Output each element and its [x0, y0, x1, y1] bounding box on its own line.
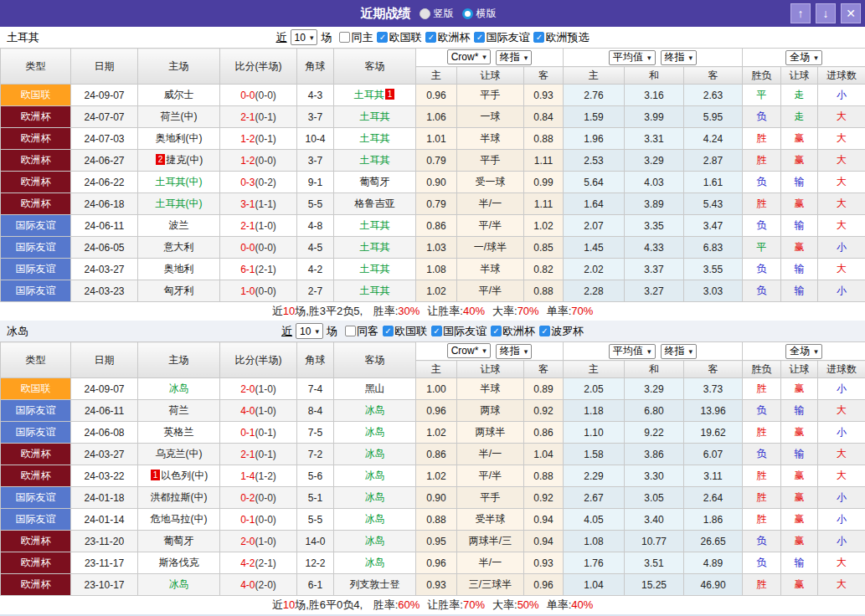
corner-cell: 9-1 [297, 172, 334, 193]
average-odds-select-value: 平均值 [613, 50, 643, 64]
recent-count-select[interactable]: 10▾ [291, 29, 318, 45]
table-row: 国际友谊24-06-11荷兰4-0(1-0)8-4冰岛0.96两球0.921.1… [1, 400, 865, 422]
move-down-button[interactable]: ↓ [816, 3, 836, 23]
average-odds-cell: 1.45 [564, 237, 625, 259]
halftime-score: (1-2) [255, 470, 276, 482]
average-odds-cell: 2.07 [564, 215, 625, 237]
match-date-cell: 24-06-11 [71, 400, 138, 422]
full-match-select[interactable]: 全场▾ [785, 50, 822, 65]
average-odds-cell: 1.64 [564, 193, 625, 215]
result-cell: 大 [818, 574, 865, 596]
result-cell: 小 [818, 237, 865, 259]
team-name: 葡萄牙 [164, 535, 194, 547]
column-header: 类型 [1, 342, 71, 378]
sub-column-header: 客 [524, 361, 564, 378]
average-odds-cell: 19.62 [684, 422, 743, 444]
chevron-down-icon: ▾ [814, 54, 818, 62]
league-checkbox-label: 欧国联 [389, 30, 421, 45]
close-button[interactable]: ✕ [841, 3, 861, 23]
table-row: 欧洲杯23-11-20葡萄牙2-0(1-0)14-0冰岛0.95两球半/三0.9… [1, 531, 865, 552]
crow-odds-cell: 0.88 [524, 128, 564, 150]
result-cell: 小 [818, 85, 865, 106]
recent-count-select[interactable]: 10▾ [296, 323, 323, 339]
crow-odds-cell: 0.82 [524, 259, 564, 280]
title-bar: 近期战绩 竖版 横版 ↑ ↓ ✕ [0, 0, 865, 27]
average-odds-cell: 2.76 [564, 85, 625, 106]
fulltime-score: 1-4 [240, 470, 255, 482]
sub-column-header: 进球数 [818, 67, 865, 85]
average-odds-select[interactable]: 平均值▾ [609, 344, 656, 359]
result-cell: 负 [743, 280, 781, 302]
league-checkbox-3[interactable]: ✓ [539, 326, 550, 336]
sub-column-header: 主 [416, 67, 457, 85]
average-odds-cell: 26.65 [684, 531, 743, 552]
move-up-button[interactable]: ↑ [790, 3, 811, 23]
recent-results-panel: 近期战绩 竖版 横版 ↑ ↓ ✕ 土耳其近10▾场同主✓欧国联✓欧洲杯✓国际友谊… [0, 0, 865, 616]
team-name: 冰岛 [169, 382, 189, 394]
halftime-score: (0-1) [255, 133, 276, 145]
average-odds-cell: 2.29 [564, 465, 625, 487]
league-checkbox-0[interactable]: ✓ [383, 326, 394, 336]
team-name: 土耳其(中) [156, 176, 203, 187]
away-team-cell: 土耳其 [334, 259, 416, 280]
away-team-cell: 葡萄牙 [334, 172, 416, 193]
crow-odds-cell: 0.86 [416, 444, 457, 465]
team-name: 土耳其(中) [156, 198, 203, 209]
result-cell: 胜 [743, 487, 781, 509]
league-checkbox-3[interactable]: ✓ [533, 32, 544, 43]
final-odds-select[interactable]: 终指▾ [661, 50, 698, 65]
summary-stat-label: 胜率: [373, 598, 399, 611]
final-odds-select[interactable]: 终指▾ [496, 50, 533, 65]
same-venue-checkbox[interactable] [339, 32, 350, 43]
result-cell: 胜 [743, 509, 781, 531]
home-team-cell: 葡萄牙 [138, 531, 220, 552]
final-odds-select[interactable]: 终指▾ [496, 344, 533, 359]
same-venue-checkbox[interactable] [345, 326, 356, 336]
team-name: 土耳其 [360, 285, 390, 296]
recent-count-select-value: 10 [295, 32, 306, 44]
final-odds-select[interactable]: 终指▾ [661, 344, 698, 359]
crow-odds-select[interactable]: Crow*▾ [447, 343, 491, 358]
result-cell: 胜 [743, 574, 781, 596]
team-name: 冰岛 [365, 470, 385, 481]
result-cell: 大 [818, 215, 865, 237]
league-checkbox-1[interactable]: ✓ [425, 32, 436, 43]
corner-cell: 8-4 [297, 400, 334, 422]
league-checkbox-2[interactable]: ✓ [474, 32, 485, 43]
competition-type-cell: 国际友谊 [1, 259, 71, 280]
summary-lead: 近 [272, 598, 283, 611]
average-odds-cell: 3.11 [684, 465, 743, 487]
result-cell: 胜 [743, 193, 781, 215]
league-checkbox-2[interactable]: ✓ [491, 326, 502, 336]
crow-odds-select[interactable]: Crow*▾ [447, 49, 491, 64]
crow-odds-cell: 0.90 [416, 487, 457, 509]
full-match-select[interactable]: 全场▾ [785, 344, 822, 359]
average-odds-select[interactable]: 平均值▾ [609, 50, 656, 65]
result-cell: 输 [781, 400, 818, 422]
crow-odds-cell: 0.88 [524, 465, 564, 487]
team-section-iceland: 冰岛近10▾场同客✓欧国联✓国际友谊✓欧洲杯✓波罗杯类型日期主场比分(半场)角球… [0, 321, 865, 614]
home-team-cell: 1以色列(中) [138, 465, 220, 487]
table-row: 国际友谊24-01-14危地马拉(中)0-1(0-0)5-5冰岛0.88受半球0… [1, 509, 865, 531]
competition-type-cell: 国际友谊 [1, 400, 71, 422]
crow-odds-cell: 受半球 [457, 509, 524, 531]
table-row: 国际友谊24-03-23匈牙利1-0(0-0)2-7土耳其1.02平/半0.88… [1, 280, 865, 302]
league-checkbox-0[interactable]: ✓ [377, 32, 388, 43]
average-odds-cell: 2.63 [684, 85, 743, 106]
average-odds-cell: 3.55 [684, 259, 743, 280]
recent-link[interactable]: 近 [276, 30, 287, 45]
score-cell: 2-1(0-1) [220, 106, 297, 128]
recent-link[interactable]: 近 [281, 324, 292, 339]
crow-odds-cell: 0.93 [524, 85, 564, 106]
layout-vertical-label: 竖版 [434, 7, 454, 21]
crow-odds-cell: 0.95 [416, 531, 457, 552]
team-name-label: 土耳其 [7, 30, 39, 45]
team-name-label: 冰岛 [7, 324, 28, 339]
sub-column-header: 主 [564, 67, 625, 85]
layout-horizontal-radio[interactable] [462, 8, 473, 19]
result-cell: 胜 [743, 422, 781, 444]
layout-vertical-radio[interactable] [420, 8, 430, 19]
table-row: 国际友谊24-01-18洪都拉斯(中)0-2(0-0)5-1冰岛0.90平手0.… [1, 487, 865, 509]
league-checkbox-1[interactable]: ✓ [431, 326, 442, 336]
corner-cell: 2-7 [297, 280, 334, 302]
